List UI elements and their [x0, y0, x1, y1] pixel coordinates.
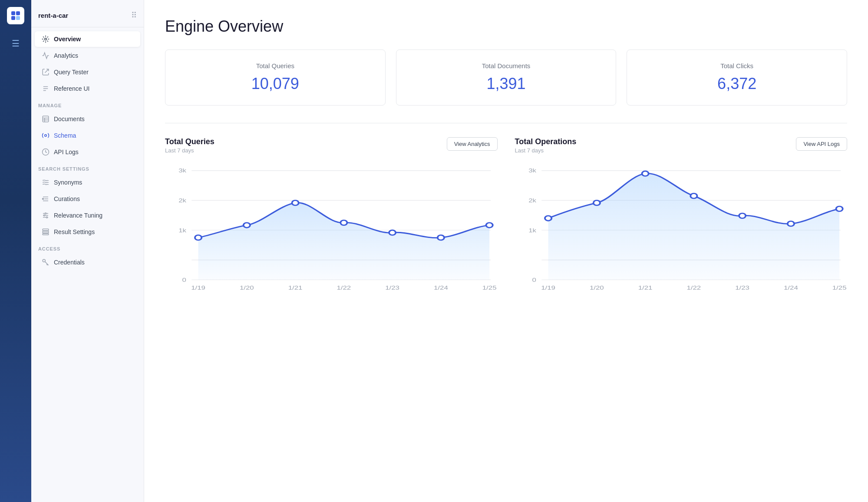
view-api-logs-button[interactable]: View API Logs [796, 137, 847, 151]
chart-operations-subtitle: Last 7 days [515, 147, 577, 154]
svg-point-23 [46, 217, 48, 218]
svg-text:1/19: 1/19 [541, 285, 555, 291]
chart-queries-header: Total Queries Last 7 days View Analytics [165, 137, 498, 154]
stat-queries-value: 10,079 [176, 75, 375, 93]
svg-text:2k: 2k [178, 198, 186, 204]
svg-point-63 [690, 193, 697, 198]
charts-grid: Total Queries Last 7 days View Analytics… [165, 137, 847, 300]
sidebar-item-curations-label: Curations [54, 195, 80, 202]
chart-queries-title: Total Queries [165, 137, 215, 146]
query-tester-icon [42, 68, 50, 76]
sidebar-item-result-settings[interactable]: Result Settings [35, 224, 140, 240]
stat-clicks-value: 6,372 [637, 75, 836, 93]
stat-card-clicks: Total Clicks 6,372 [627, 50, 847, 106]
synonyms-icon [42, 178, 50, 186]
sidebar-item-schema[interactable]: Schema [35, 128, 140, 143]
svg-text:1/20: 1/20 [240, 285, 254, 291]
svg-text:1/23: 1/23 [385, 285, 399, 291]
charts-divider [165, 123, 847, 123]
svg-text:1/25: 1/25 [482, 285, 497, 291]
sidebar-item-analytics[interactable]: Analytics [35, 48, 140, 63]
sidebar-item-credentials[interactable]: Credentials [35, 254, 140, 270]
chart-queries: Total Queries Last 7 days View Analytics… [165, 137, 498, 300]
stat-documents-value: 1,391 [407, 75, 606, 93]
stat-clicks-label: Total Clicks [637, 62, 836, 69]
svg-rect-8 [43, 116, 49, 122]
svg-text:1/20: 1/20 [589, 285, 604, 291]
sidebar-item-synonyms[interactable]: Synonyms [35, 175, 140, 190]
sidebar-item-analytics-label: Analytics [54, 52, 78, 59]
sidebar-item-documents[interactable]: Documents [35, 111, 140, 127]
page-title: Engine Overview [165, 17, 847, 36]
chart-operations-header: Total Operations Last 7 days View API Lo… [515, 137, 848, 154]
sidebar-header: rent-a-car ⠿ [31, 7, 144, 27]
app-logo[interactable] [7, 7, 24, 24]
stat-cards: Total Queries 10,079 Total Documents 1,3… [165, 50, 847, 106]
svg-point-17 [43, 198, 44, 200]
stat-card-documents: Total Documents 1,391 [396, 50, 617, 106]
reference-ui-icon [42, 85, 50, 92]
sidebar-item-relevance-tuning[interactable]: Relevance Tuning [35, 208, 140, 223]
chart-queries-svg: 3k 2k 1k 0 [165, 161, 498, 300]
sidebar-item-overview[interactable]: Overview [35, 31, 140, 47]
svg-point-43 [486, 223, 492, 228]
svg-point-66 [836, 206, 842, 211]
view-analytics-button[interactable]: View Analytics [447, 137, 498, 151]
stat-queries-label: Total Queries [176, 62, 375, 69]
nav-rail: ☰ [0, 0, 31, 502]
svg-point-21 [45, 213, 46, 214]
svg-text:3k: 3k [178, 168, 186, 174]
grid-icon[interactable]: ⠿ [131, 10, 137, 20]
sidebar-item-reference-ui[interactable]: Reference UI [35, 81, 140, 96]
sidebar-item-api-logs-label: API Logs [54, 149, 79, 155]
chart-operations-svg: 3k 2k 1k 0 [515, 161, 848, 300]
sidebar-item-documents-label: Documents [54, 116, 85, 122]
stat-documents-label: Total Documents [407, 62, 606, 69]
svg-point-60 [545, 216, 551, 221]
svg-text:1/19: 1/19 [191, 285, 205, 291]
sidebar-item-synonyms-label: Synonyms [54, 179, 82, 186]
engine-name: rent-a-car [38, 12, 68, 19]
svg-text:1/24: 1/24 [783, 285, 798, 291]
chart-operations-svg-wrap: 3k 2k 1k 0 [515, 161, 848, 300]
svg-text:1/25: 1/25 [832, 285, 846, 291]
sidebar-item-result-settings-label: Result Settings [54, 228, 95, 235]
credentials-icon [42, 258, 50, 266]
analytics-icon [42, 52, 50, 59]
svg-point-42 [438, 235, 444, 240]
main-content: Engine Overview Total Queries 10,079 Tot… [144, 0, 868, 502]
svg-text:1/24: 1/24 [434, 285, 448, 291]
svg-point-12 [45, 135, 47, 137]
svg-rect-1 [16, 11, 20, 15]
chart-queries-title-block: Total Queries Last 7 days [165, 137, 215, 154]
svg-point-40 [340, 220, 347, 225]
chart-queries-subtitle: Last 7 days [165, 147, 215, 154]
svg-rect-26 [43, 234, 49, 235]
hamburger-icon[interactable]: ☰ [12, 38, 20, 49]
sidebar-item-relevance-tuning-label: Relevance Tuning [54, 212, 102, 219]
sidebar-item-curations[interactable]: Curations [35, 191, 140, 207]
svg-text:0: 0 [182, 277, 186, 283]
svg-point-37 [195, 235, 201, 240]
svg-point-62 [642, 171, 648, 176]
sidebar-item-api-logs[interactable]: API Logs [35, 144, 140, 160]
section-manage: MANAGE [31, 97, 144, 111]
svg-point-41 [389, 230, 396, 235]
sidebar-item-query-tester[interactable]: Query Tester [35, 64, 140, 80]
sidebar-item-overview-label: Overview [54, 36, 81, 43]
svg-text:3k: 3k [528, 168, 536, 174]
result-settings-icon [42, 228, 50, 236]
svg-point-61 [593, 200, 600, 205]
chart-operations-title-block: Total Operations Last 7 days [515, 137, 577, 154]
svg-point-64 [739, 213, 745, 218]
svg-text:1k: 1k [528, 228, 536, 234]
svg-rect-24 [43, 229, 49, 231]
svg-point-65 [787, 221, 794, 226]
svg-text:1k: 1k [178, 228, 186, 234]
sidebar: rent-a-car ⠿ Overview Analytics Query Te… [31, 0, 144, 502]
svg-text:1/22: 1/22 [337, 285, 351, 291]
stat-card-queries: Total Queries 10,079 [165, 50, 386, 106]
svg-text:1/21: 1/21 [288, 285, 303, 291]
svg-text:1/21: 1/21 [638, 285, 652, 291]
sidebar-item-credentials-label: Credentials [54, 259, 85, 266]
